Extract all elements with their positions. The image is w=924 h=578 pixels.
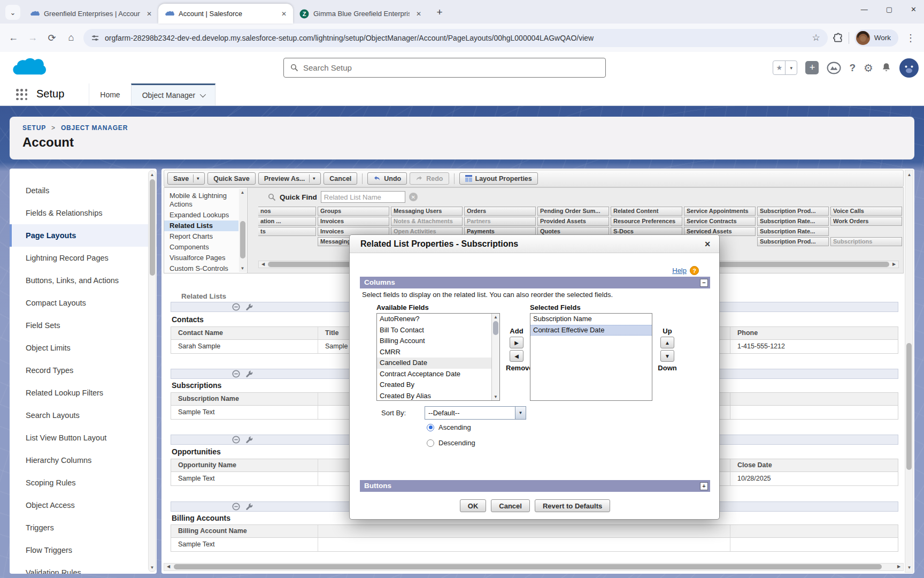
move-up-button[interactable]: ▲ — [660, 337, 674, 348]
scroll-down-icon[interactable]: ▼ — [492, 394, 499, 399]
undo-button[interactable]: Undo — [367, 172, 407, 185]
scroll-up-icon[interactable]: ▲ — [906, 172, 913, 177]
tile[interactable]: Subscription Prod... — [757, 207, 829, 216]
tile[interactable]: Work Orders — [830, 217, 902, 226]
scrollbar-thumb[interactable] — [240, 221, 245, 258]
sidebar-item-scoping-rules[interactable]: Scoping Rules — [10, 471, 157, 494]
list-item[interactable]: Billing Account — [377, 336, 491, 347]
quick-find-input[interactable] — [321, 191, 405, 203]
list-item[interactable]: AutoRenew? — [377, 314, 491, 325]
remove-section-icon[interactable] — [232, 503, 240, 511]
scroll-left-icon[interactable]: ◀ — [165, 564, 172, 570]
tab-account-salesforce[interactable]: Account | Salesforce ✕ — [158, 4, 293, 24]
remove-section-icon[interactable] — [232, 303, 240, 311]
quick-save-button[interactable]: Quick Save — [207, 172, 255, 185]
tile[interactable]: ation ... — [258, 217, 316, 226]
help-question-icon[interactable]: ? — [690, 266, 699, 275]
list-item[interactable]: CMRR — [377, 347, 491, 358]
list-item[interactable]: Created By Alias — [377, 391, 491, 401]
tab-close-icon[interactable]: ✕ — [279, 9, 289, 19]
scroll-right-icon[interactable]: ▶ — [890, 261, 898, 268]
scroll-down-icon[interactable]: ▼ — [239, 266, 246, 271]
browser-profile-button[interactable]: Work — [854, 29, 898, 47]
category-expanded-lookups[interactable]: Expanded Lookups — [164, 210, 238, 220]
tile[interactable]: Groups — [318, 207, 389, 216]
sidebar-item-field-sets[interactable]: Field Sets — [10, 314, 157, 337]
forward-icon[interactable]: → — [26, 31, 40, 45]
wrench-icon[interactable] — [245, 370, 253, 378]
tile[interactable]: Service Contracts — [684, 217, 756, 226]
tile[interactable]: Related Content — [611, 207, 682, 216]
redo-button[interactable]: Redo — [410, 172, 449, 185]
tile[interactable]: Subscription Prod... — [757, 237, 829, 246]
minimize-icon[interactable]: — — [861, 5, 868, 13]
tile[interactable]: Pending Order Sum... — [537, 207, 609, 216]
tile[interactable]: Resource Preferences — [611, 217, 682, 226]
scrollbar-thumb[interactable] — [174, 564, 882, 569]
remove-section-icon[interactable] — [232, 436, 240, 444]
preview-as-button[interactable]: Preview As...▾ — [258, 172, 321, 185]
tab-close-icon[interactable]: ✕ — [414, 9, 424, 19]
add-field-button[interactable]: ▶ — [510, 337, 523, 348]
sidebar-item-search-layouts[interactable]: Search Layouts — [10, 404, 157, 427]
tile[interactable]: Invoices — [318, 217, 389, 226]
list-item[interactable]: Created By — [377, 379, 491, 391]
sidebar-item-flow-triggers[interactable]: Flow Triggers — [10, 539, 157, 561]
sidebar-item-compact-layouts[interactable]: Compact Layouts — [10, 292, 157, 314]
remove-field-button[interactable]: ◀ — [510, 350, 523, 362]
category-visualforce-pages[interactable]: Visualforce Pages — [164, 253, 238, 263]
sort-by-select[interactable]: --Default-- ▼ — [425, 406, 526, 420]
sidebar-item-details[interactable]: Details — [10, 179, 157, 202]
expand-section-icon[interactable]: + — [700, 482, 708, 490]
selected-fields-list[interactable]: Subscription Name Contract Effective Dat… — [530, 313, 652, 401]
sidebar-item-validation-rules[interactable]: Validation Rules — [10, 561, 157, 574]
scroll-right-icon[interactable]: ▶ — [895, 564, 903, 570]
tile[interactable]: Voice Calls — [830, 207, 902, 216]
setup-search-input[interactable] — [303, 63, 599, 72]
list-item[interactable]: Contract Acceptance Date — [377, 369, 491, 380]
list-scrollbar[interactable]: ▲ ▼ — [491, 314, 499, 400]
help-link[interactable]: Help — [672, 267, 687, 275]
global-actions-icon[interactable]: + — [805, 61, 819, 74]
tile[interactable]: Provided Assets — [537, 217, 609, 226]
scrollbar-thumb[interactable] — [493, 321, 498, 335]
revert-to-defaults-button[interactable]: Revert to Defaults — [535, 499, 610, 512]
category-components[interactable]: Components — [164, 242, 238, 253]
tile[interactable]: Orders — [464, 207, 536, 216]
tile[interactable]: Partners — [464, 217, 536, 226]
sidebar-item-object-access[interactable]: Object Access — [10, 494, 157, 516]
available-fields-list[interactable]: AutoRenew? Bill To Contact Billing Accou… — [376, 313, 500, 401]
scrollbar-thumb[interactable] — [150, 179, 155, 276]
favorites-caret-icon[interactable]: ▾ — [785, 61, 797, 74]
radio-unselected-icon[interactable] — [427, 439, 434, 447]
layout-properties-button[interactable]: Layout Properties — [459, 172, 538, 185]
sidebar-item-related-lookup-filters[interactable]: Related Lookup Filters — [10, 382, 157, 404]
tab-gimma-blue[interactable]: Z Gimma Blue Greefield Enterpris ✕ — [293, 4, 428, 24]
ok-button[interactable]: OK — [460, 499, 487, 512]
site-info-icon[interactable] — [91, 34, 99, 42]
ascending-radio[interactable]: Ascending — [427, 423, 471, 431]
radio-selected-icon[interactable] — [427, 424, 434, 431]
tile[interactable]: Service Appointments — [684, 207, 756, 216]
wrench-icon[interactable] — [245, 503, 253, 511]
cancel-button[interactable]: Cancel — [491, 499, 530, 512]
scroll-up-icon[interactable]: ▲ — [149, 172, 156, 177]
sidebar-item-page-layouts[interactable]: Page Layouts — [10, 224, 157, 247]
tile[interactable]: Messaging Users — [391, 207, 463, 216]
move-down-button[interactable]: ▼ — [660, 350, 674, 362]
user-avatar[interactable] — [899, 58, 919, 78]
cancel-button[interactable]: Cancel — [324, 172, 357, 185]
gear-icon[interactable]: ⚙ — [864, 62, 873, 74]
category-scrollbar[interactable]: ▲ ▼ — [239, 189, 247, 272]
descending-radio[interactable]: Descending — [427, 439, 475, 447]
tile[interactable]: Subscriptions — [830, 237, 902, 246]
scroll-down-icon[interactable]: ▼ — [149, 565, 156, 570]
tile[interactable]: nos — [258, 207, 316, 216]
list-item[interactable]: Cancelled Date — [377, 358, 491, 369]
reload-icon[interactable]: ⟳ — [45, 31, 59, 45]
maximize-icon[interactable]: ▢ — [886, 5, 892, 13]
sidebar-item-fields-relationships[interactable]: Fields & Relationships — [10, 202, 157, 224]
sidebar-scrollbar[interactable]: ▲ ▼ — [148, 170, 156, 572]
category-custom-s-controls[interactable]: Custom S-Controls — [164, 263, 238, 274]
editor-horizontal-scrollbar[interactable]: ◀ ▶ — [164, 563, 904, 571]
